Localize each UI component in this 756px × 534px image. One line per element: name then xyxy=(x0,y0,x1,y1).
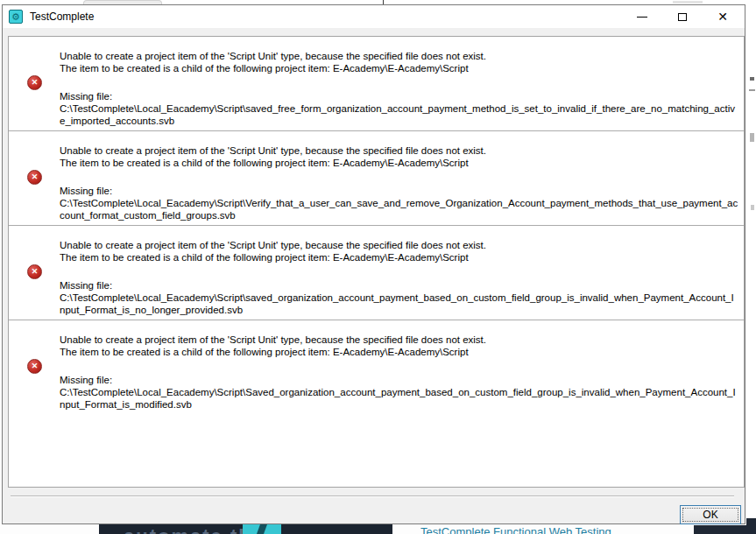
missing-file-path: C:\TestComplete\Local_Eacademy\Script\Ve… xyxy=(60,197,739,221)
background-fragment xyxy=(749,89,755,91)
error-icon: ✕ xyxy=(27,264,42,279)
background-page-right-strip xyxy=(746,5,756,525)
missing-file-label: Missing file: xyxy=(60,185,739,197)
maximize-icon xyxy=(678,13,687,21)
missing-file-label: Missing file: xyxy=(60,374,739,386)
error-message-line1: Unable to create a project item of the '… xyxy=(60,50,739,62)
minimize-button[interactable] xyxy=(622,5,662,28)
error-list-item: ✕ Unable to create a project item of the… xyxy=(9,320,744,415)
missing-file-path: C:\TestComplete\Local_Eacademy\Script\sa… xyxy=(60,102,739,127)
error-message-line2: The item to be created is a child of the… xyxy=(60,346,739,358)
close-button[interactable]: ✕ xyxy=(703,5,743,28)
error-list-item: ✕ Unable to create a project item of the… xyxy=(9,226,744,320)
title-bar[interactable]: ⚙ TestComplete ✕ xyxy=(3,5,745,28)
background-fragment xyxy=(750,77,754,81)
error-icon: ✕ xyxy=(27,359,42,374)
background-fragment xyxy=(750,133,754,142)
maximize-button[interactable] xyxy=(662,5,703,28)
window-controls: ✕ xyxy=(622,5,743,28)
background-logo-icon xyxy=(243,524,281,534)
testcomplete-logo-icon: ⚙ xyxy=(9,10,23,24)
background-page-bottom-strip: automate them TestComplete Functional We… xyxy=(0,524,756,534)
background-fragment xyxy=(673,1,703,4)
ok-button[interactable]: OK xyxy=(680,505,741,524)
error-list: ✕ Unable to create a project item of the… xyxy=(8,36,745,488)
error-icon: ✕ xyxy=(27,75,42,90)
close-icon: ✕ xyxy=(717,11,728,23)
error-message-line1: Unable to create a project item of the '… xyxy=(60,239,739,251)
error-message-line1: Unable to create a project item of the '… xyxy=(60,144,739,157)
error-list-item: ✕ Unable to create a project item of the… xyxy=(9,131,744,226)
error-message-line1: Unable to create a project item of the '… xyxy=(60,334,739,346)
error-icon: ✕ xyxy=(27,170,42,185)
background-fragment xyxy=(751,205,754,210)
testcomplete-error-dialog: ⚙ TestComplete ✕ ✕ Unable to create a pr… xyxy=(2,4,745,524)
error-message-line2: The item to be created is a child of the… xyxy=(60,157,739,169)
error-message-line2: The item to be created is a child of the… xyxy=(60,251,739,263)
gear-icon: ⚙ xyxy=(11,12,20,22)
minimize-icon xyxy=(637,17,647,18)
missing-file-path: C:\TestComplete\Local_Eacademy\Script\Sa… xyxy=(60,386,739,411)
missing-file-label: Missing file: xyxy=(60,279,739,292)
background-dark-block xyxy=(746,518,756,534)
footer-separator xyxy=(11,495,734,497)
error-list-item: ✕ Unable to create a project item of the… xyxy=(9,37,744,131)
background-dark-block xyxy=(694,525,746,534)
background-link-text: TestComplete Functional Web Testing xyxy=(420,525,710,534)
missing-file-label: Missing file: xyxy=(60,90,739,102)
missing-file-path: C:\TestComplete\Local_Eacademy\Script\sa… xyxy=(60,292,739,316)
error-message-line2: The item to be created is a child of the… xyxy=(60,62,739,74)
window-title: TestComplete xyxy=(30,11,94,23)
